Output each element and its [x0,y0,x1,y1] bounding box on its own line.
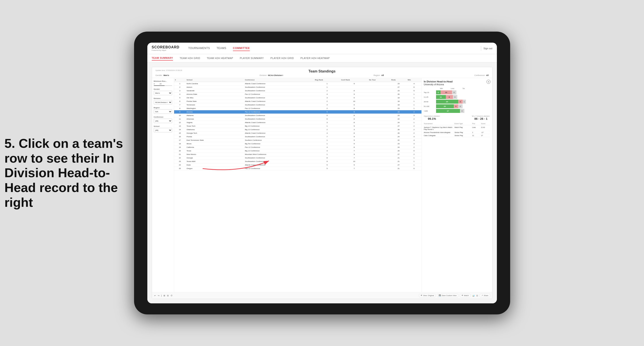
cell-school: Arizona [186,110,244,114]
cell-conference: Southeastern Conference [244,89,314,93]
conference-label: Conference: [474,74,485,76]
table-row[interactable]: 17 East Tennessee State Southern Confere… [174,139,422,142]
filter-conference-label: Conference [154,116,172,118]
cell-conf-rank: 9 [340,163,368,167]
h2h-tie-zero: 0 [453,95,457,99]
cell-conf-rank: 9 [340,142,368,146]
toolbar-undo[interactable]: ↩ [154,295,156,297]
table-row[interactable]: 14 Oklahoma Big 12 Conference 2 3 26 2 [174,128,422,132]
toolbar-paste[interactable]: ⊟ [167,295,169,297]
filter-gender-select[interactable]: Men's [154,91,172,95]
range-slider[interactable] [154,85,172,86]
table-row[interactable]: 20 Texas Big 12 Conference 3 7 20 0 [174,149,422,153]
h2h-tie-zero: 0 [460,109,464,113]
cell-conference: Southeastern Conference [244,96,314,100]
sub-nav-player-summary[interactable]: PLAYER SUMMARY [240,56,264,60]
cell-reg-rank: 7 [314,135,340,139]
table-row[interactable]: 7 Tennessee Southeastern Conference 4 6 … [174,103,422,107]
table-row[interactable]: 9 Arizona Pac-12 Conference 5 8 23 2 [174,110,422,114]
cell-rank: 3 [174,89,186,93]
sub-nav-team-h2h-grid[interactable]: TEAM H2H GRID [180,56,200,60]
sub-nav-player-h2h-heatmap[interactable]: PLAYER H2H HEATMAP [300,56,330,60]
sub-nav-team-summary[interactable]: TEAM SUMMARY [152,56,173,61]
cell-win: 4 [407,135,422,139]
toolbar-icon2[interactable]: ⊡ [476,295,478,297]
table-row[interactable]: 22 Georgia Southeastern Conference 8 7 2… [174,156,422,160]
table-row[interactable]: 8 Washington Pac-12 Conference 2 8 23 1 [174,107,422,110]
table-row[interactable]: 5 Ole Miss Southeastern Conference 3 6 1… [174,96,422,100]
h2h-panel: In Division Head-to-Head University of A… [422,78,492,292]
table-row[interactable]: 19 California Pac-12 Conference 4 8 24 2 [174,146,422,149]
division-value: NCAA Division I [268,74,283,76]
share-button[interactable]: ↗ Share [480,294,490,297]
update-time: Update time: 27/03/2024 15:56:26 [156,69,182,71]
view-original-button[interactable]: 👁 View: Original [419,294,436,297]
table-row[interactable]: 10 Alabama Southeastern Conference 5 8 2… [174,114,422,117]
cell-school: Texas [186,149,244,153]
toolbar-icon1[interactable]: 📊 [472,295,474,297]
table-row[interactable]: 11 Arkansas Southeastern Conference 6 8 … [174,117,422,121]
h2h-row: 51-100 20 3 0 [424,104,490,108]
h2h-col-loss: Loss [447,87,458,89]
toolbar-copy[interactable]: ⊞ [164,295,165,297]
cell-rank: 16 [174,135,186,139]
sub-nav-team-h2h-heatmap[interactable]: TEAM H2H HEATMAP [207,56,233,60]
cell-rnds: 18 [390,96,407,100]
cell-conf-rank: 6 [340,103,368,107]
table-row[interactable]: 1 North Carolina Atlantic Coast Conferen… [174,82,422,86]
h2h-row: Top 10 3 13 0 [424,90,490,94]
table-row[interactable]: 16 Florida Southeastern Conference 7 9 2… [174,135,422,139]
nav-tournaments[interactable]: TOURNAMENTS [188,46,210,51]
cell-rnds: 27 [390,153,407,156]
cell-rnds: 24 [390,121,407,124]
sign-out-link[interactable]: Sign out [484,47,492,50]
th-conf-rank: Conf Rank [340,78,368,82]
sub-nav-player-h2h-grid[interactable]: PLAYER H2H GRID [270,56,294,60]
table-row[interactable]: 18 Illinois Big Ten Conference 1 9 23 3 [174,142,422,146]
table-row[interactable]: 15 Georgia Tech Atlantic Coast Conferenc… [174,132,422,135]
conference-meta: Conference: All [474,74,489,76]
table-row[interactable]: 4 Arizona State Pac-12 Conference 4 9 26… [174,93,422,96]
filter-region-label: Region [154,107,172,109]
cell-conference: Mountain West Conference [244,153,314,156]
nav-committee[interactable]: COMMITTEE [233,46,250,51]
save-custom-button[interactable]: 💾 Save Custom View [437,294,458,297]
toolbar-redo[interactable]: ↪ [158,295,160,297]
table-row[interactable]: 21 New Mexico Mountain West Conference 1… [174,153,422,156]
tour-pos: 11 [472,135,481,137]
table-row[interactable]: 12 Virginia Atlantic Coast Conference 3 … [174,121,422,124]
cell-reg-rank: 1 [314,142,340,146]
cell-no-tour [368,132,390,135]
filter-division-select[interactable]: NCAA Division I [154,100,172,105]
table-row[interactable]: 23 Texas A&M Southeastern Conference 9 1… [174,160,422,163]
table-row[interactable]: 3 Vanderbilt Southeastern Conference 2 8… [174,89,422,93]
cell-conf-rank: 7 [340,167,368,170]
cell-win: 2 [407,124,422,128]
toolbar-clock[interactable]: ⏱ [170,295,172,297]
table-row[interactable]: 24 Duke Atlantic Coast Conference 5 9 27… [174,163,422,167]
table-header-row: # School Conference Reg Rank Conf Rank N… [174,78,422,82]
nav-teams[interactable]: TEAMS [216,46,226,51]
filter-conference-select[interactable]: (All) [154,119,172,123]
tour-score: 2-3-0 [481,126,490,130]
watch-button[interactable]: 👁 Watch [460,294,470,297]
cell-no-tour [368,114,390,117]
h2h-close-button[interactable]: ✕ [486,80,490,84]
cell-win: 5 [407,89,422,93]
filter-school: School (All) [154,125,172,132]
table-row[interactable]: 13 Texas Tech Big 12 Conference 1 9 27 2 [174,124,422,128]
tour-pos: Loss [472,126,481,130]
table-row[interactable]: 25 Oregon Pac-12 Conference 5 7 21 0 [174,167,422,170]
division-label: Division: [260,74,267,76]
h2h-row: 11-25 11 8 0 [424,95,490,99]
cell-win: 6 [407,86,422,89]
tour-event-type: Stroke Play [455,132,472,134]
cell-no-tour [368,100,390,103]
filter-school-select[interactable]: (All) [154,128,172,132]
cell-school: Texas A&M [186,160,244,163]
table-row[interactable]: 6 Florida State Atlantic Coast Conferenc… [174,100,422,103]
cell-rank: 13 [174,124,186,128]
filter-region-select[interactable]: N/A [154,109,172,114]
table-row[interactable]: 2 Auburn Southeastern Conference 1 27 6 [174,86,422,89]
cell-conference: Southeastern Conference [244,160,314,163]
